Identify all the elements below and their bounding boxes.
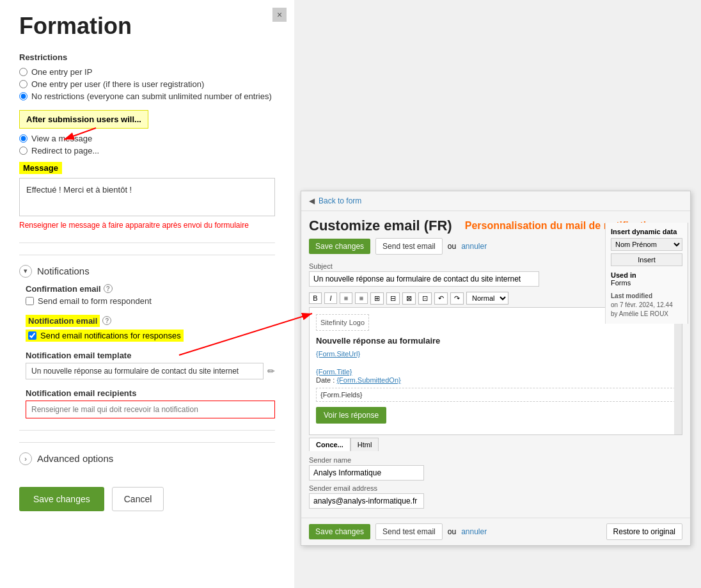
tb-btn3[interactable]: ⊞ [370,292,384,305]
bold-button[interactable]: B [309,292,322,304]
restriction-no-restrict[interactable]: No restrictions (everyone can submit unl… [19,91,275,101]
redirect-label: Redirect to page... [31,146,99,155]
tb-btn4[interactable]: ⊟ [386,292,400,305]
restriction-one-per-ip-label: One entry per IP [31,67,92,77]
notification-email-info-icon: ? [102,316,111,325]
modal-title: Customize email (FR) [309,218,452,234]
redo-button[interactable]: ↷ [450,292,464,305]
cancel-button[interactable]: Cancel [112,487,164,511]
notification-email-checkbox-row[interactable]: Send email notifications for responses [26,330,184,342]
right-panel: Insert dynamic data Nom Prénom Insert Us… [605,223,688,324]
view-message-radio[interactable] [19,134,28,143]
restriction-no-restrict-label: No restrictions (everyone can submit unl… [31,91,272,101]
view-message-label: View a message [31,134,92,143]
subject-input[interactable] [309,271,539,287]
restriction-one-per-user[interactable]: One entry per user (if there is user reg… [19,79,275,89]
confirmation-email-checkbox-label: Send email to form respondent [38,296,152,306]
tab-html[interactable]: Html [350,438,379,451]
message-content: Effectué ! Merci et à bientôt ! [19,178,275,216]
back-to-form-link[interactable]: Back to form [319,196,361,205]
redirect-radio[interactable] [19,147,28,155]
page-title: Formation [19,13,275,40]
recipients-input[interactable] [26,401,275,418]
notifications-header[interactable]: ▾ Notifications [19,258,275,284]
after-submission-label: After submission users will... [19,110,148,129]
notifications-title: Notifications [37,266,90,276]
sender-email-input[interactable] [309,493,424,509]
modal-annuler-bottom-link[interactable]: annuler [461,527,487,536]
used-in-label: Used in [611,271,682,279]
modal-test-button[interactable]: Send test email [375,238,443,255]
view-message-option[interactable]: View a message [19,134,275,143]
confirmation-email-info-icon: ? [104,284,113,293]
voir-reponses-button[interactable]: Voir les réponse [316,407,386,424]
email-fields: {Form.Fields} [316,388,675,402]
restriction-one-per-ip[interactable]: One entry per IP [19,67,275,77]
notifications-collapse-icon: ▾ [19,265,32,278]
modal-restore-bottom-button[interactable]: Restore to original [606,523,682,540]
notification-email-checkbox[interactable] [28,331,36,340]
list1-button[interactable]: ≡ [340,292,352,304]
template-input[interactable] [26,363,264,379]
confirmation-email-checkbox[interactable] [26,297,34,305]
restrictions-label: Restrictions [19,52,275,62]
email-logo: Sitefinity Logo [316,314,369,331]
dynamic-data-select[interactable]: Nom Prénom [611,238,682,251]
advanced-title: Advanced options [37,453,113,464]
modal-test-bottom-button[interactable]: Send test email [375,523,443,540]
close-icon: × [277,10,282,20]
used-in-section: Used in Forms [611,271,682,287]
ou-label: ou [448,242,456,251]
sender-name-input[interactable] [309,465,424,481]
advanced-collapse-icon: › [19,452,32,465]
restriction-one-per-ip-radio[interactable] [19,68,28,76]
insert-button[interactable]: Insert [611,253,682,266]
last-mod-label: Last modified [611,292,682,301]
restriction-one-per-user-radio[interactable] [19,80,28,88]
tab-conce[interactable]: Conce... [309,438,350,451]
save-changes-button[interactable]: Save changes [19,487,104,511]
confirmation-email-label: Confirmation email [26,284,101,294]
restriction-one-per-user-label: One entry per user (if there is user reg… [31,79,204,89]
modal-save-button[interactable]: Save changes [309,239,370,254]
sender-email-label: Sender email address [309,484,682,492]
message-hint: Renseigner le message à faire apparaitre… [19,220,275,231]
editor-tabs: Conce... Html [301,435,690,451]
tb-btn5[interactable]: ⊠ [402,292,416,305]
notification-email-label: Notification email [26,315,100,327]
list2-button[interactable]: ≡ [355,292,368,304]
confirmation-email-checkbox-row[interactable]: Send email to form respondent [26,296,275,306]
body-scrollbar[interactable] [674,308,682,434]
back-arrow-icon: ◀ [309,196,315,205]
email-link1: {Form.SiteUrl} [316,350,360,358]
sender-name-label: Sender name [309,456,682,464]
redirect-option[interactable]: Redirect to page... [19,146,275,155]
advanced-header[interactable]: › Advanced options [19,446,275,472]
email-link2: {Form.Title} [316,368,352,376]
insert-dynamic-label: Insert dynamic data [611,228,682,235]
template-label: Notification email template [26,351,275,360]
recipients-label: Notification email recipients [26,388,275,398]
modal-annuler-link[interactable]: annuler [461,242,487,251]
date-value: {Form.SubmittedOn} [336,376,400,384]
ou-bottom-label: ou [448,527,456,536]
italic-button[interactable]: I [324,292,337,304]
tb-btn6[interactable]: ⊡ [418,292,432,305]
last-modified-section: Last modified on 7 févr. 2024, 12.44by A… [611,292,682,319]
notification-email-checkbox-label: Send email notifications for responses [40,331,181,340]
close-button[interactable]: × [272,8,287,22]
used-in-value: Forms [611,279,682,287]
message-label: Message [19,162,62,174]
last-mod-value: on 7 févr. 2024, 12.44by Amélie LE ROUX [611,301,682,319]
format-select[interactable]: Normal [466,292,508,305]
modal-save-bottom-button[interactable]: Save changes [309,524,370,539]
date-label: Date : [316,376,335,384]
restriction-no-restrict-radio[interactable] [19,92,28,100]
template-edit-button[interactable]: ✏ [267,366,275,376]
undo-button[interactable]: ↶ [434,292,448,305]
email-body-area: Sitefinity Logo Nouvelle réponse au form… [309,307,682,435]
email-heading: Nouvelle réponse au formulaire [316,336,675,346]
